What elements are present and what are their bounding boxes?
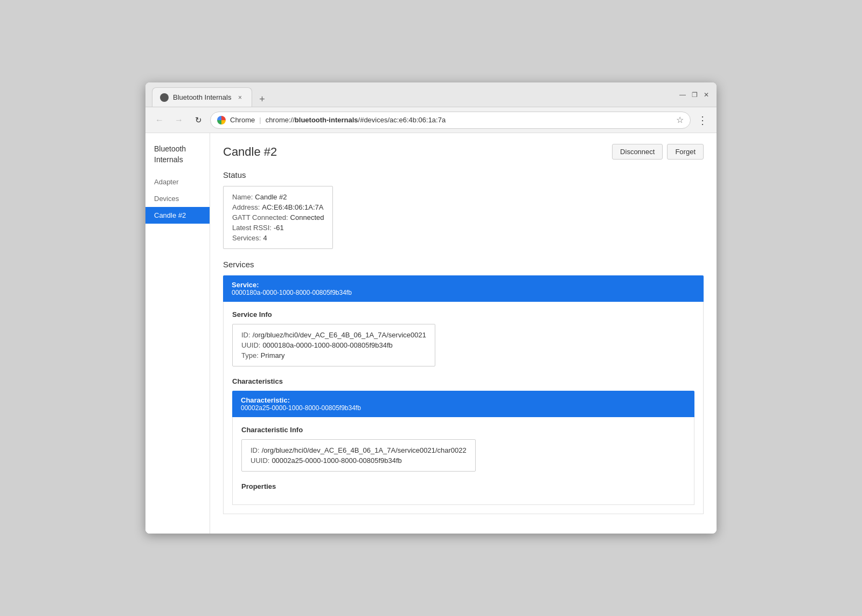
sidebar-item-candle2[interactable]: Candle #2 — [145, 207, 210, 224]
characteristic-bar-uuid: 00002a25-0000-1000-8000-00805f9b34fb — [241, 404, 686, 412]
header-buttons: Disconnect Forget — [612, 144, 704, 160]
sidebar-item-adapter[interactable]: Adapter — [145, 174, 210, 190]
service-type-label: Type: — [241, 351, 259, 359]
service-id-value: /org/bluez/hci0/dev_AC_E6_4B_06_1A_7A/se… — [253, 331, 426, 339]
char-uuid-value: 00002a25-0000-1000-8000-00805f9b34fb — [272, 456, 401, 465]
rssi-label: Latest RSSI: — [232, 224, 272, 232]
tab-title: Bluetooth Internals — [173, 93, 231, 101]
service-info-box: ID: /org/bluez/hci0/dev_AC_E6_4B_06_1A_7… — [232, 324, 435, 366]
char-info-title: Characteristic Info — [241, 426, 685, 434]
content-area: Bluetooth Internals Adapter Devices Cand… — [145, 133, 717, 534]
address-value: AC:E6:4B:06:1A:7A — [262, 203, 323, 211]
minimize-button[interactable]: — — [679, 91, 686, 99]
status-info-box: Name: Candle #2 Address: AC:E6:4B:06:1A:… — [223, 186, 333, 249]
back-button[interactable]: ← — [152, 113, 167, 128]
address-rest-part: /#devices/ac:e6:4b:06:1a:7a — [358, 116, 446, 124]
char-id-label: ID: — [251, 446, 260, 454]
status-rssi-row: Latest RSSI: -61 — [232, 224, 324, 232]
service-type-value: Primary — [261, 351, 285, 359]
address-bold-part: bluetooth-internals — [295, 116, 358, 124]
status-section-title: Status — [223, 170, 704, 179]
gatt-value: Connected — [290, 213, 324, 222]
tab-area: Bluetooth Internals × + — [152, 82, 679, 107]
service-type-row: Type: Primary — [241, 351, 426, 359]
status-name-row: Name: Candle #2 — [232, 193, 324, 201]
sidebar-item-devices[interactable]: Devices — [145, 190, 210, 207]
char-uuid-row: UUID: 00002a25-0000-1000-8000-00805f9b34… — [251, 456, 467, 465]
browser-brand: Chrome — [230, 116, 255, 124]
service-id-row: ID: /org/bluez/hci0/dev_AC_E6_4B_06_1A_7… — [241, 331, 426, 339]
bookmark-star-icon[interactable]: ☆ — [676, 115, 684, 125]
address-bar[interactable]: Chrome | chrome://bluetooth-internals/#d… — [210, 112, 691, 129]
services-section-title: Services — [223, 260, 704, 269]
service-content: Service Info ID: /org/bluez/hci0/dev_AC_… — [223, 302, 704, 514]
characteristic-bar-label: Characteristic: — [241, 396, 686, 404]
characteristic-bar[interactable]: Characteristic: 00002a25-0000-1000-8000-… — [232, 391, 694, 417]
browser-window: Bluetooth Internals × + — ❐ ✕ ← → ↻ Chro… — [145, 82, 717, 534]
title-bar: Bluetooth Internals × + — ❐ ✕ — [145, 82, 717, 107]
tab-close-button[interactable]: × — [235, 93, 244, 102]
forward-button[interactable]: → — [171, 113, 186, 128]
characteristic-content: Characteristic Info ID: /org/bluez/hci0/… — [232, 417, 694, 505]
status-services-row: Services: 4 — [232, 234, 324, 242]
close-button[interactable]: ✕ — [703, 91, 710, 99]
address-url: chrome://bluetooth-internals/#devices/ac… — [266, 116, 446, 124]
rssi-value: -61 — [274, 224, 284, 232]
service-uuid-value: 0000180a-0000-1000-8000-00805f9b34fb — [262, 341, 392, 349]
service-bar-uuid: 0000180a-0000-1000-8000-00805f9b34fb — [232, 289, 695, 296]
refresh-button[interactable]: ↻ — [191, 113, 206, 128]
services-label: Services: — [232, 234, 261, 242]
gatt-label: GATT Connected: — [232, 213, 288, 222]
main-content: Candle #2 Disconnect Forget Status Name:… — [210, 133, 717, 534]
new-tab-button[interactable]: + — [254, 92, 269, 107]
address-label: Address: — [232, 203, 260, 211]
sidebar-nav: Adapter Devices Candle #2 — [145, 174, 210, 224]
address-separator: | — [259, 116, 261, 124]
chrome-icon — [217, 116, 226, 124]
service-id-label: ID: — [241, 331, 251, 339]
service-bar-label: Service: — [232, 281, 695, 289]
char-uuid-label: UUID: — [251, 456, 269, 465]
tab-favicon — [160, 93, 169, 102]
char-id-value: /org/bluez/hci0/dev_AC_E6_4B_06_1A_7A/se… — [262, 446, 467, 454]
service-uuid-label: UUID: — [241, 341, 260, 349]
service-section: Service: 0000180a-0000-1000-8000-00805f9… — [223, 275, 704, 514]
disconnect-button[interactable]: Disconnect — [612, 144, 663, 160]
maximize-button[interactable]: ❐ — [691, 91, 698, 99]
active-tab[interactable]: Bluetooth Internals × — [152, 87, 252, 107]
char-id-row: ID: /org/bluez/hci0/dev_AC_E6_4B_06_1A_7… — [251, 446, 467, 454]
char-info-box: ID: /org/bluez/hci0/dev_AC_E6_4B_06_1A_7… — [241, 439, 476, 472]
properties-title: Properties — [241, 482, 685, 490]
sidebar: Bluetooth Internals Adapter Devices Cand… — [145, 133, 210, 534]
page-header: Candle #2 Disconnect Forget — [223, 144, 704, 160]
service-uuid-row: UUID: 0000180a-0000-1000-8000-00805f9b34… — [241, 341, 426, 349]
service-bar[interactable]: Service: 0000180a-0000-1000-8000-00805f9… — [223, 275, 704, 302]
name-value: Candle #2 — [255, 193, 287, 201]
more-options-button[interactable]: ⋮ — [695, 112, 710, 129]
status-address-row: Address: AC:E6:4B:06:1A:7A — [232, 203, 324, 211]
characteristics-title: Characteristics — [232, 377, 694, 385]
services-value: 4 — [263, 234, 267, 242]
service-info-title: Service Info — [232, 310, 694, 319]
forget-button[interactable]: Forget — [667, 144, 704, 160]
page-title: Candle #2 — [223, 145, 277, 159]
status-gatt-row: GATT Connected: Connected — [232, 213, 324, 222]
toolbar: ← → ↻ Chrome | chrome://bluetooth-intern… — [145, 107, 717, 133]
window-controls: — ❐ ✕ — [679, 91, 710, 99]
name-label: Name: — [232, 193, 253, 201]
sidebar-title: Bluetooth Internals — [145, 144, 210, 174]
